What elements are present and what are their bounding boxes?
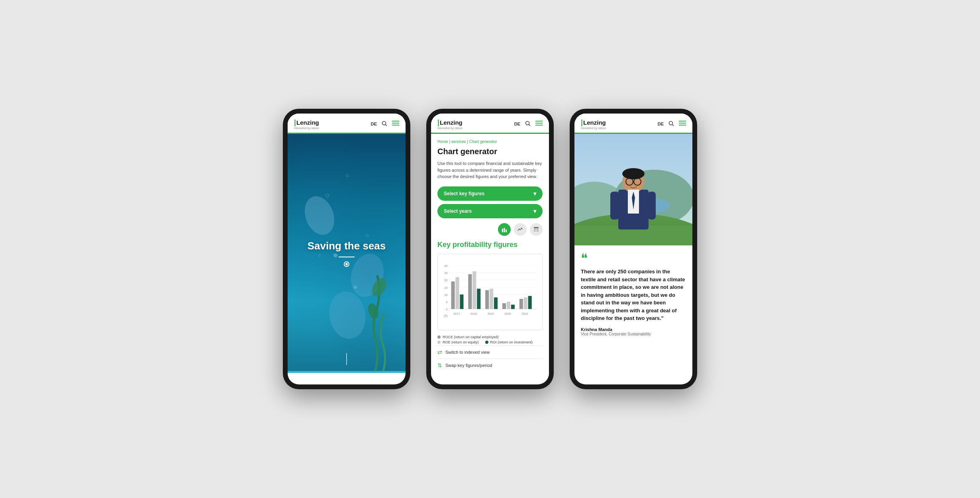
svg-rect-64 (524, 297, 527, 309)
select-key-figures-label: Select key figures (444, 191, 484, 196)
svg-rect-59 (502, 303, 506, 309)
swap-icon: ⇅ (437, 362, 442, 369)
logo-accent-3: | (581, 118, 583, 127)
legend-label-roe: ROE (return on equity) (443, 340, 479, 344)
person-scene-svg (574, 134, 692, 245)
person-image (574, 134, 692, 245)
phone-1-header: | Lenzing Innovative by nature DE (288, 114, 406, 133)
svg-rect-47 (451, 281, 455, 309)
svg-rect-48 (455, 277, 459, 309)
svg-rect-56 (490, 288, 493, 309)
svg-rect-22 (502, 229, 503, 232)
hero-dot (344, 261, 349, 267)
svg-rect-85 (610, 192, 619, 220)
quote-author-name: Krishna Manda (581, 327, 686, 332)
switch-indexed-button[interactable]: ⇄ Switch to indexed view (437, 345, 543, 359)
legend-color-roe (437, 341, 441, 344)
svg-rect-28 (534, 229, 536, 230)
header-icons-2: DE (514, 120, 543, 127)
header-icons-3: DE (658, 120, 686, 127)
line-chart-button[interactable] (514, 223, 527, 236)
logo-tagline-1: Innovative by nature (294, 127, 319, 129)
bar-chart-button[interactable] (498, 223, 511, 236)
svg-text:25: 25 (444, 271, 447, 275)
svg-line-1 (386, 124, 387, 126)
quote-text: There are only 250 companies in the text… (581, 268, 686, 322)
legend-item-roi: ROI (return on investment) (485, 340, 533, 344)
logo-accent-2: | (437, 118, 439, 127)
svg-rect-23 (504, 228, 505, 232)
swap-key-figures-button[interactable]: ⇅ Swap key figures/period (437, 359, 543, 372)
svg-rect-52 (472, 271, 476, 309)
lang-de-1[interactable]: DE (371, 122, 377, 126)
svg-text:2018: 2018 (470, 312, 477, 316)
logo-text-2: Lenzing (440, 119, 463, 126)
logo-tagline-3: Innovative by nature (581, 127, 606, 129)
phone-1-screen: | Lenzing Innovative by nature DE (288, 114, 406, 384)
svg-point-67 (669, 121, 673, 125)
quote-content: ❝ There are only 250 companies in the te… (574, 245, 692, 343)
svg-text:30: 30 (444, 264, 447, 267)
breadcrumb: Home | services | Chart generator (437, 139, 543, 144)
menu-icon-1[interactable] (392, 120, 399, 127)
hero-title: Saving the seas (308, 240, 386, 252)
svg-text:(5): (5) (444, 314, 448, 317)
green-bar-1 (288, 133, 406, 134)
search-icon-3[interactable] (668, 121, 674, 127)
search-icon-2[interactable] (525, 121, 531, 127)
svg-point-12 (354, 286, 357, 289)
logo-tagline-2: Innovative by nature (437, 127, 463, 129)
svg-text:10: 10 (444, 293, 447, 296)
svg-rect-65 (528, 296, 532, 309)
header-icons-1: DE (371, 120, 399, 127)
svg-rect-86 (648, 192, 656, 220)
legend-item-roce: ROCE (return on capital employed) (437, 335, 543, 339)
logo-text-3: Lenzing (583, 119, 606, 126)
legend-label-roi: ROI (return on investment) (490, 340, 533, 344)
svg-rect-60 (507, 302, 510, 309)
scroll-indicator (346, 353, 347, 365)
lang-de-3[interactable]: DE (658, 122, 664, 126)
svg-text:5: 5 (446, 300, 447, 304)
svg-rect-27 (534, 227, 539, 228)
logo-text-1: Lenzing (296, 119, 319, 126)
chart-controls (437, 223, 543, 236)
svg-point-17 (526, 121, 529, 125)
chart-title: Key profitability figures (437, 241, 543, 249)
svg-text:2021: 2021 (521, 312, 528, 316)
svg-text:2017: 2017 (453, 312, 460, 316)
chevron-down-icon-1: ▾ (533, 190, 536, 197)
select-key-figures-button[interactable]: Select key figures ▾ (437, 186, 543, 201)
phone-2: | Lenzing Innovative by nature DE (426, 109, 554, 389)
logo-2: | Lenzing Innovative by nature (437, 118, 463, 129)
svg-rect-49 (460, 294, 463, 309)
svg-text:2020: 2020 (505, 312, 511, 316)
logo-3: | Lenzing Innovative by nature (581, 118, 606, 129)
bar-chart-svg: 30 25 20 15 10 5 0 (5) (441, 257, 539, 325)
svg-rect-24 (506, 229, 507, 232)
svg-rect-57 (494, 297, 498, 309)
legend-color-roce (437, 335, 441, 339)
svg-rect-55 (485, 290, 489, 309)
chevron-down-icon-2: ▾ (533, 208, 536, 214)
svg-point-80 (622, 168, 645, 179)
switch-indexed-label: Switch to indexed view (445, 350, 490, 355)
svg-rect-51 (468, 274, 472, 309)
select-years-button[interactable]: Select years ▾ (437, 204, 543, 218)
menu-icon-3[interactable] (679, 120, 686, 127)
svg-rect-30 (534, 230, 536, 231)
svg-point-0 (382, 121, 386, 125)
table-view-button[interactable] (530, 223, 543, 236)
hero-text: Saving the seas (308, 240, 386, 267)
phone-2-screen: | Lenzing Innovative by nature DE (431, 114, 549, 384)
svg-rect-63 (519, 299, 523, 309)
svg-text:2019: 2019 (488, 312, 494, 316)
phone-3: | Lenzing Innovative by nature DE (570, 109, 697, 389)
lang-de-2[interactable]: DE (514, 122, 520, 126)
svg-line-18 (529, 124, 531, 126)
svg-rect-61 (511, 304, 515, 309)
menu-icon-2[interactable] (535, 120, 543, 127)
phone-2-header: | Lenzing Innovative by nature DE (431, 114, 549, 133)
search-icon-1[interactable] (382, 121, 387, 127)
chart-legend: ROCE (return on capital employed) ROE (r… (437, 335, 543, 345)
